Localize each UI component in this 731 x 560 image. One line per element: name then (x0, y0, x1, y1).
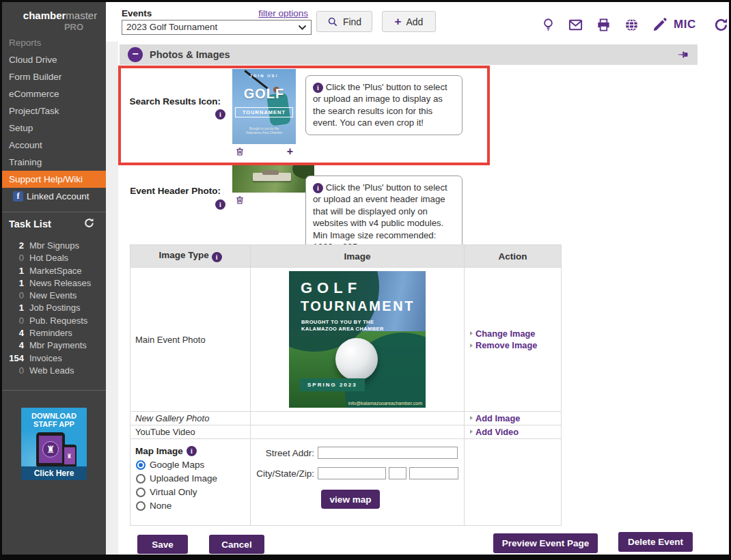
col-image-type: Image Type i (130, 245, 251, 268)
panel-title: Photos & Images (150, 49, 230, 60)
view-map-button[interactable]: view map (321, 490, 380, 509)
info-icon: i (313, 83, 323, 93)
sidebar-item-setup[interactable]: Setup (2, 120, 106, 137)
mic-button[interactable]: MIC (674, 18, 696, 31)
task-list-item[interactable]: 154Invoices (2, 352, 106, 365)
info-icon[interactable]: i (215, 109, 225, 120)
add-video-link[interactable]: Add Video (470, 426, 561, 438)
sidebar-divider (2, 390, 106, 391)
sidebar-item-form-builder[interactable]: Form Builder (2, 68, 106, 85)
sidebar-menu: Reports Cloud Drive Form Builder eCommer… (2, 34, 106, 205)
find-button[interactable]: Find (316, 11, 372, 32)
sidebar-item-cloud-drive[interactable]: Cloud Drive (2, 51, 106, 68)
cancel-button[interactable]: Cancel (209, 535, 264, 554)
remove-image-link[interactable]: Remove Image (470, 339, 561, 351)
zip-input[interactable] (409, 467, 458, 479)
sidebar-item-linked-account[interactable]: f Linked Account (2, 188, 106, 205)
refresh-icon[interactable] (713, 17, 729, 33)
filter-options-link[interactable]: filter options (240, 8, 308, 18)
delete-event-button[interactable]: Delete Event (618, 532, 693, 552)
delete-image-icon[interactable] (235, 146, 245, 157)
task-list-item[interactable]: 4Mbr Payments (2, 339, 106, 352)
search-icon (327, 16, 338, 27)
sidebar-item-reports[interactable]: Reports (2, 34, 106, 51)
save-button[interactable]: Save (137, 535, 188, 554)
task-list-item[interactable]: 1MarketSpace (2, 265, 106, 277)
printer-icon[interactable] (596, 17, 611, 33)
arrow-icon (470, 416, 473, 420)
golf-ball-graphic (335, 338, 378, 380)
spring-2023-badge: SPRING 2023 (300, 378, 365, 391)
staff-app-banner[interactable]: DOWNLOAD STAFF APP ♜ ♜ Click Here (21, 408, 87, 480)
radio-none[interactable]: None (130, 497, 250, 511)
table-header-row: Image Type i Image Action (130, 245, 562, 268)
add-image-link[interactable]: Add Image (470, 412, 561, 424)
col-action: Action (465, 245, 562, 268)
street-addr-input[interactable] (318, 447, 458, 459)
preview-event-page-button[interactable]: Preview Event Page (493, 533, 598, 553)
add-image-plus-icon[interactable]: + (287, 146, 293, 157)
task-list-refresh-icon[interactable] (83, 217, 95, 229)
radio-virtual-only[interactable]: Virtual Only (130, 484, 250, 497)
envelope-icon[interactable] (568, 17, 583, 33)
main-event-photo: GOLF TOURNAMENT BROUGHT TO YOU BY THE KA… (289, 271, 426, 408)
row-type-label: YouTube Video (130, 425, 251, 439)
task-list-item[interactable]: 0Pub. Requests (2, 315, 106, 327)
radio-uploaded-image[interactable]: Uploaded Image (130, 470, 250, 484)
delete-image-icon[interactable] (235, 195, 245, 206)
task-list: 2Mbr Signups 0Hot Deals 1MarketSpace 1Ne… (2, 240, 106, 377)
task-list-item[interactable]: 2Mbr Signups (2, 240, 106, 252)
lightbulb-icon[interactable] (540, 17, 556, 33)
sidebar-item-training[interactable]: Training (2, 154, 106, 171)
pin-icon[interactable] (676, 48, 689, 61)
tablet-icon: ♜ (36, 432, 65, 468)
street-addr-label: Street Addr: (256, 448, 314, 458)
city-state-zip-label: City/State/Zip: (251, 468, 314, 479)
row-type-label: New Gallery Photo (130, 412, 251, 425)
staff-app-click-here[interactable]: Click Here (21, 466, 87, 480)
radio-google-maps[interactable]: Google Maps (130, 456, 250, 470)
arrow-icon (470, 430, 473, 434)
search-results-icon-thumb: JOIN US! GOLF TOURNAMENT Brought to you … (232, 69, 296, 159)
change-image-link[interactable]: Change Image (470, 328, 561, 339)
city-input[interactable] (318, 467, 386, 479)
map-image-row: Map Image i Google Maps Uploaded Image V… (130, 439, 562, 526)
collapse-icon[interactable]: − (128, 47, 143, 62)
app-window: chambermaster PRO Reports Cloud Drive Fo… (0, 0, 731, 560)
app-logo: chambermaster (2, 10, 106, 21)
event-header-photo-thumb: + (232, 164, 314, 208)
task-list-item[interactable]: 0New Events (2, 290, 106, 302)
sidebar-divider (2, 212, 106, 212)
task-list-item[interactable]: 1News Releases (2, 277, 106, 290)
phone-icon: ♜ (62, 445, 77, 468)
sidebar-item-project-task[interactable]: Project/Task (2, 102, 106, 120)
pencil-icon[interactable] (652, 17, 667, 33)
task-list-item[interactable]: 4Reminders (2, 327, 106, 339)
info-icon: i (313, 183, 323, 193)
main-content: − Photos & Images Search Results Icon: i… (106, 42, 729, 555)
task-list-item[interactable]: 1Job Postings (2, 302, 106, 314)
map-image-label: Map Image i (130, 439, 250, 456)
task-list-item[interactable]: 0Web Leads (2, 365, 106, 377)
info-icon[interactable]: i (212, 252, 222, 262)
search-results-icon-image: JOIN US! GOLF TOURNAMENT Brought to you … (232, 69, 296, 144)
info-icon[interactable]: i (187, 446, 197, 456)
state-input[interactable] (389, 467, 406, 479)
event-header-photo-image (232, 164, 314, 193)
globe-icon[interactable] (624, 17, 639, 33)
radio-selected-icon (136, 460, 146, 470)
top-bar: Events filter options 2023 Golf Tourname… (106, 2, 729, 42)
chevron-down-icon (298, 25, 307, 31)
event-select[interactable]: 2023 Golf Tournament (122, 20, 312, 35)
photos-images-panel-header: − Photos & Images (120, 44, 698, 65)
sidebar-item-support-help-wiki[interactable]: Support Help/Wiki (2, 171, 106, 188)
task-list-item[interactable]: 0Hot Deals (2, 252, 106, 264)
info-icon[interactable]: i (215, 199, 225, 210)
radio-icon (136, 474, 146, 484)
add-button[interactable]: + Add (382, 11, 436, 32)
search-icon-info-box: i Click the 'Plus' button to select or u… (305, 75, 463, 135)
sidebar-item-ecommerce[interactable]: eCommerce (2, 85, 106, 102)
sidebar-item-account[interactable]: Account (2, 137, 106, 154)
row-type-label: Main Event Photo (130, 268, 251, 412)
arrow-icon (470, 344, 473, 348)
